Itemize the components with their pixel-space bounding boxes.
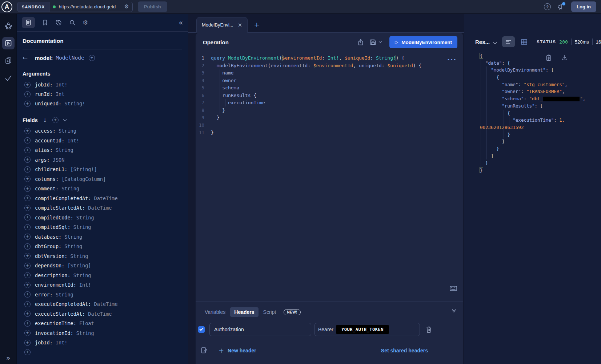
new-header-button[interactable]: + New header	[219, 347, 256, 354]
field-type[interactable]: Int!	[67, 138, 79, 143]
argument-type[interactable]: Int	[56, 91, 64, 97]
operation-collections-icon[interactable]	[2, 54, 15, 67]
apollo-logo[interactable]: A	[1, 1, 12, 12]
field-type[interactable]: JSON	[53, 157, 65, 163]
delete-header-icon[interactable]	[426, 326, 432, 333]
operation-more-options-icon[interactable]: •••	[447, 57, 457, 62]
field-type[interactable]: String	[76, 330, 94, 336]
field-type[interactable]: [String!]	[71, 166, 97, 172]
field-type[interactable]: String	[56, 147, 73, 153]
field-type[interactable]: DateTime	[88, 311, 112, 317]
expand-rail-icon[interactable]: »	[0, 354, 16, 362]
sort-fields-icon[interactable]: ↓	[43, 117, 47, 123]
endpoint-url[interactable]: https://metadata.cloud.getd	[59, 4, 121, 9]
raw-view-icon[interactable]	[502, 36, 515, 47]
field-type[interactable]: Int!	[56, 340, 68, 345]
field-type[interactable]: String	[56, 292, 73, 298]
field-type[interactable]: [CatalogColumn]	[61, 176, 106, 182]
add-field-icon[interactable]	[24, 234, 31, 240]
add-field-icon[interactable]	[24, 282, 31, 288]
graphql-editor[interactable]: ••• 1query ModelByEnvironment($environme…	[196, 52, 463, 301]
operation-tab[interactable]: ModelByEnvi... ×	[196, 17, 248, 33]
add-field-icon[interactable]	[24, 186, 31, 192]
tab-script[interactable]: Script	[259, 307, 280, 317]
add-field-icon[interactable]	[24, 214, 31, 221]
back-icon[interactable]: ←	[23, 54, 31, 61]
header-enabled-checkbox[interactable]	[198, 326, 205, 333]
copy-response-icon[interactable]	[546, 54, 552, 61]
announcements-icon[interactable]	[557, 3, 565, 11]
keyboard-shortcuts-icon[interactable]	[450, 286, 457, 291]
collapse-docs-icon[interactable]: «	[179, 19, 183, 27]
add-field-icon[interactable]	[24, 243, 31, 250]
add-field-icon[interactable]	[24, 330, 31, 336]
field-type[interactable]: Float	[79, 320, 94, 326]
save-options-chevron-icon[interactable]	[379, 40, 382, 43]
history-icon[interactable]	[55, 19, 62, 26]
search-icon[interactable]	[69, 19, 76, 26]
add-field-icon[interactable]	[89, 55, 95, 61]
explorer-nav-icon[interactable]	[2, 37, 15, 49]
add-field-icon[interactable]	[24, 224, 31, 230]
add-argument-icon[interactable]	[24, 82, 31, 88]
edit-headers-json-icon[interactable]	[201, 347, 207, 354]
fields-chevron-down-icon[interactable]	[63, 118, 67, 121]
login-button[interactable]: Log in	[571, 1, 596, 12]
field-type[interactable]: String	[64, 234, 82, 240]
response-chevron-down-icon[interactable]	[494, 39, 496, 45]
add-field-icon[interactable]	[24, 311, 31, 317]
add-field-icon[interactable]	[24, 340, 31, 346]
download-response-icon[interactable]	[562, 54, 568, 61]
argument-type[interactable]: String!	[64, 101, 85, 106]
field-type[interactable]: String	[64, 243, 82, 249]
checks-icon[interactable]	[2, 72, 15, 84]
field-type[interactable]: DateTime	[94, 195, 118, 201]
add-field-icon[interactable]	[24, 320, 31, 327]
add-argument-icon[interactable]	[24, 91, 31, 97]
documentation-tab-icon[interactable]	[22, 17, 35, 28]
field-type[interactable]: String	[61, 186, 79, 191]
header-name-input[interactable]: Authorization	[209, 323, 311, 336]
add-field-icon[interactable]	[24, 301, 31, 307]
field-ref-type[interactable]: ModelNode	[56, 55, 84, 61]
field-type[interactable]: String	[71, 253, 88, 259]
close-tab-icon[interactable]: ×	[238, 22, 243, 28]
add-field-icon[interactable]	[24, 291, 31, 298]
add-field-icon[interactable]	[24, 195, 31, 201]
add-field-icon[interactable]	[24, 349, 31, 355]
header-value-input[interactable]: Bearer YOUR_AUTH_TOKEN	[314, 323, 420, 336]
response-dropdown[interactable]: Res...	[475, 39, 490, 45]
add-field-icon[interactable]	[24, 176, 31, 182]
add-field-icon[interactable]	[24, 147, 31, 153]
add-argument-icon[interactable]	[24, 101, 31, 107]
add-field-icon[interactable]	[24, 263, 31, 269]
add-field-icon[interactable]	[24, 253, 31, 259]
add-field-icon[interactable]	[24, 137, 31, 143]
tab-variables[interactable]: Variables	[201, 307, 229, 317]
field-type[interactable]: String	[59, 128, 76, 134]
publish-button[interactable]: Publish	[138, 1, 167, 12]
table-view-icon[interactable]	[518, 36, 530, 47]
save-operation-icon[interactable]	[370, 39, 376, 45]
set-shared-headers-link[interactable]: Set shared headers	[381, 348, 428, 353]
field-type[interactable]: DateTime	[94, 301, 118, 307]
add-field-icon[interactable]	[24, 166, 31, 173]
add-field-icon[interactable]	[24, 272, 31, 278]
collapse-panel-icon[interactable]	[453, 310, 455, 312]
endpoint-input[interactable]: https://metadata.cloud.getd ⚙	[49, 2, 132, 12]
field-type[interactable]: [String]	[67, 263, 91, 268]
field-type[interactable]: DateTime	[88, 205, 112, 211]
share-operation-icon[interactable]	[357, 39, 364, 46]
argument-type[interactable]: Int!	[56, 82, 68, 88]
run-operation-button[interactable]: ▷ ModelByEnvironment	[389, 36, 457, 48]
field-type[interactable]: String	[73, 224, 91, 230]
endpoint-settings-icon[interactable]: ⚙	[124, 4, 129, 9]
add-field-icon[interactable]	[24, 128, 31, 134]
bookmarks-icon[interactable]	[42, 19, 48, 26]
field-type[interactable]: String	[76, 215, 94, 221]
explorer-settings-icon[interactable]: ⚙	[83, 19, 88, 26]
field-type[interactable]: Int!	[79, 282, 91, 288]
help-icon[interactable]: ?	[544, 3, 551, 10]
tab-headers[interactable]: Headers	[230, 307, 258, 317]
field-type[interactable]: String	[73, 272, 91, 278]
